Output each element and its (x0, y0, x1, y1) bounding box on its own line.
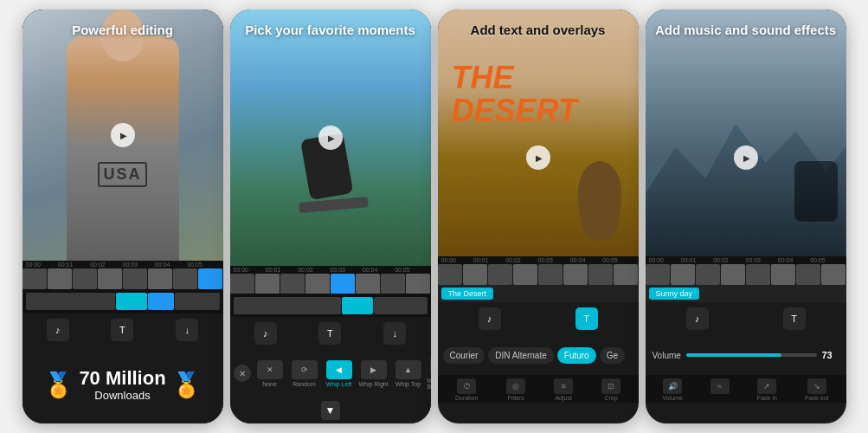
downloads-count: 70 Million (79, 368, 165, 389)
sitter-figure (794, 161, 838, 222)
phone3-thumb-strip (438, 264, 639, 285)
hiker-figure (578, 161, 621, 239)
phone3-play-btn[interactable] (526, 145, 550, 170)
transition-item-random[interactable]: ⟳ Random (289, 360, 320, 387)
tab-equalizer[interactable]: ≈ (710, 378, 730, 401)
clip-accent (116, 293, 147, 310)
tab-duration[interactable]: ⏱ Duration (455, 378, 478, 401)
phone1-clips-row (23, 289, 223, 313)
transition-label: Whip Right (358, 381, 388, 387)
thumb (356, 274, 380, 294)
tl-marker: 00:01 (266, 267, 298, 273)
text-tool-btn[interactable]: T (783, 307, 806, 330)
thumb (23, 268, 47, 289)
tl-marker: 00:04 (363, 267, 395, 273)
transition-icon-whipright: ▶ (361, 360, 387, 379)
phone2-play-btn[interactable] (318, 126, 343, 150)
transition-icon-whipbottom: ▼ (430, 357, 431, 376)
phone-frame-4: Add music and sound effects 00:00 00:01 … (646, 10, 846, 423)
thumb (646, 264, 670, 285)
text-tool-btn[interactable]: T (575, 307, 598, 330)
transition-item-whipright[interactable]: ▶ Whip Right (358, 360, 389, 387)
transition-bar: ✕ ✕ None ⟳ Random ◀ Whip Left ▶ Whip Rig… (230, 349, 431, 397)
transition-item-whiptop[interactable]: ▲ Whip Top (393, 360, 424, 387)
phone1-thumb-strip (23, 268, 223, 289)
thumb (488, 264, 512, 285)
close-btn[interactable]: ✕ (234, 365, 251, 382)
screenshots-container: Powerful editing USA 00:00 00:01 00:02 0… (0, 0, 868, 433)
shirt-text: USA (98, 162, 146, 187)
tab-label: Adjust (555, 395, 571, 401)
text-tool-btn[interactable]: T (111, 319, 133, 341)
tl-marker: 00:01 (681, 257, 713, 263)
tl-marker: 00:03 (122, 262, 154, 268)
tl-marker: 00:02 (298, 267, 330, 273)
transition-icon-none: ✕ (257, 360, 283, 379)
desert-line2: DESERT (452, 94, 577, 127)
thumb (230, 274, 254, 294)
tl-marker: 00:02 (505, 257, 537, 263)
thumb-selected (331, 274, 355, 294)
down-arrow-btn[interactable]: ▼ (321, 401, 340, 420)
tab-crop[interactable]: ⊡ Crop (601, 378, 620, 401)
volume-slider[interactable] (686, 353, 817, 357)
tab-label: Volume (662, 395, 682, 401)
download-tool-btn[interactable]: ↓ (176, 319, 198, 341)
sound-tag[interactable]: Sunny day (649, 288, 700, 300)
text-tool-btn[interactable]: T (318, 322, 341, 345)
transition-item-whipbottom[interactable]: ▼ Whip Bottom (428, 357, 431, 390)
tab-adjust[interactable]: ≡ Adjust (554, 378, 573, 401)
downloads-section: 🏅 70 Million Downloads 🏅 (23, 346, 223, 423)
thumb (563, 264, 588, 285)
thumb (48, 268, 72, 289)
tab-filters[interactable]: ◎ Filters (506, 378, 525, 401)
download-tool-btn[interactable]: ↓ (383, 322, 406, 345)
clip (234, 297, 341, 314)
clip-accent (342, 297, 373, 314)
thumb (148, 268, 172, 289)
phone4-header: Add music and sound effects (646, 10, 846, 256)
person-figure: USA (67, 36, 179, 261)
thumb (671, 264, 695, 285)
phone4-play-btn[interactable] (734, 145, 758, 170)
phone2-toolbar: ♪ T ↓ (230, 317, 431, 349)
desert-line1: THE (452, 61, 577, 94)
font-futuro[interactable]: Futuro (557, 347, 596, 364)
tab-fade-in[interactable]: ↗ Fade in (757, 378, 777, 401)
tab-fade-out[interactable]: ↘ Fade out (805, 378, 829, 401)
tl-marker: 00:05 (602, 257, 634, 263)
phone-frame-3: Add text and overlays THE DESERT 00:00 0… (438, 10, 639, 423)
music-tool-btn[interactable]: ♪ (686, 307, 709, 330)
clip (26, 293, 115, 310)
tab-label: Duration (455, 395, 478, 401)
phone1-play-btn[interactable] (111, 123, 135, 147)
downloads-text: 70 Million Downloads (79, 368, 165, 402)
font-ge[interactable]: Ge (600, 347, 625, 364)
tab-volume[interactable]: 🔊 Volume (662, 378, 682, 401)
volume-label: Volume (653, 351, 681, 360)
music-tool-btn[interactable]: ♪ (47, 319, 69, 341)
transition-item-none[interactable]: ✕ None (254, 360, 286, 387)
fadein-icon: ↗ (757, 378, 776, 394)
music-tool-btn[interactable]: ♪ (479, 307, 501, 330)
font-din[interactable]: DIN Alternate (488, 347, 553, 364)
font-courier[interactable]: Courier (443, 347, 485, 364)
thumb (255, 274, 280, 294)
music-tool-btn[interactable]: ♪ (254, 322, 277, 345)
thumb (696, 264, 720, 285)
thumb (305, 274, 330, 294)
transition-icon-whipleft: ◀ (326, 360, 352, 379)
transition-label: Random (293, 381, 315, 387)
transition-label: Whip Top (395, 381, 421, 387)
phone1-header: Powerful editing USA (23, 10, 223, 261)
transition-item-whipleft[interactable]: ◀ Whip Left (324, 360, 355, 387)
phone3-title: Add text and overlays (438, 22, 639, 39)
crop-icon: ⊡ (601, 378, 620, 394)
text-tag[interactable]: The Desert (441, 288, 494, 300)
font-bar: Courier DIN Alternate Futuro Ge (438, 335, 639, 375)
laurel-area: 🏅 70 Million Downloads 🏅 (43, 368, 201, 402)
phone2-timeline-markers: 00:00 00:01 00:02 00:03 00:04 00:05 (230, 266, 431, 274)
phone3-timeline-markers: 00:00 00:01 00:02 00:03 00:04 00:05 (438, 256, 639, 264)
tl-marker: 00:03 (745, 257, 777, 263)
volume-bar: Volume 73 (646, 335, 846, 375)
